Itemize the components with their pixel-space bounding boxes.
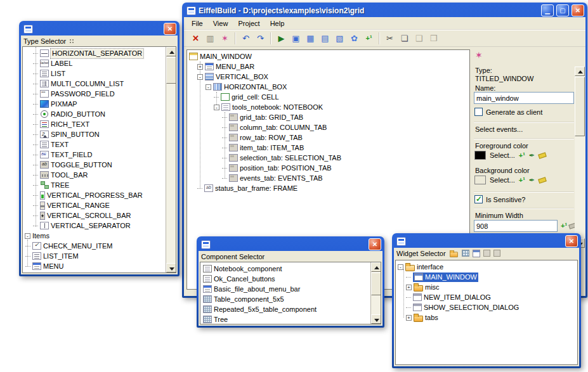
- tree-row[interactable]: column_tab: COLUMN_TAB: [187, 122, 469, 132]
- tree-row[interactable]: MAIN_WINDOW: [187, 51, 469, 61]
- menu-project[interactable]: Project: [233, 18, 265, 29]
- type-row[interactable]: HORIZONTAL_SEPARATOR: [23, 48, 166, 58]
- cut-icon[interactable]: ✂: [382, 32, 397, 45]
- generate-as-client-checkbox[interactable]: [474, 108, 483, 116]
- title-bar[interactable]: ✕: [394, 233, 579, 248]
- foreground-swatch[interactable]: [474, 151, 486, 160]
- collapse-icon[interactable]: -: [25, 233, 30, 239]
- component-scrollbar[interactable]: [370, 262, 381, 324]
- widget-row[interactable]: + misc: [396, 282, 577, 292]
- grid-window-icon[interactable]: ▤: [318, 32, 332, 45]
- copy-widget-icon[interactable]: [483, 250, 490, 257]
- component-row[interactable]: Ok_Cancel_buttons: [200, 274, 370, 284]
- close-button[interactable]: ✕: [565, 235, 578, 247]
- minimum-width-field[interactable]: [474, 220, 558, 232]
- scrollbar-thumb[interactable]: [371, 273, 381, 295]
- is-sensitive-checkbox[interactable]: [474, 195, 483, 203]
- expand-icon[interactable]: +: [197, 64, 203, 70]
- maximize-button[interactable]: ▢: [556, 4, 569, 16]
- new-folder-icon[interactable]: [450, 250, 458, 256]
- show-window-icon[interactable]: ▣: [289, 32, 303, 45]
- add-widget-icon[interactable]: [462, 250, 469, 257]
- type-row[interactable]: LIST: [23, 68, 166, 79]
- window-icon[interactable]: [473, 250, 480, 257]
- minimize-button[interactable]: ▁: [541, 4, 554, 16]
- copy-icon[interactable]: ❏: [397, 32, 412, 45]
- paste-icon[interactable]: ❑: [412, 32, 426, 45]
- scroll-up-button[interactable]: [575, 67, 585, 76]
- erase-color-icon[interactable]: [538, 177, 547, 183]
- scroll-down-button[interactable]: [166, 263, 176, 273]
- component-row[interactable]: Basic_file_about_menu_bar: [200, 284, 370, 294]
- launch-project-icon[interactable]: ▶: [274, 32, 289, 45]
- type-row[interactable]: VERTICAL_RANGE: [23, 200, 166, 210]
- title-bar[interactable]: ✕: [199, 236, 382, 251]
- tree-row[interactable]: events_tab: EVENTS_TAB: [187, 173, 469, 183]
- add-one-icon[interactable]: +¹: [362, 32, 376, 45]
- expand-icon[interactable]: +: [406, 315, 412, 321]
- delete-icon[interactable]: ✕: [188, 32, 203, 45]
- expand-icon[interactable]: +: [406, 285, 412, 290]
- foreground-select-button[interactable]: Select...: [490, 151, 515, 159]
- type-list-scrollbar[interactable]: [166, 47, 176, 273]
- type-row[interactable]: SPIN_BUTTON: [23, 129, 166, 139]
- type-row[interactable]: TOGGLE_BUTTON: [23, 160, 166, 170]
- paste-special-icon[interactable]: ❒: [426, 32, 441, 45]
- type-row[interactable]: MENU: [23, 261, 166, 271]
- type-row[interactable]: CHECK_MENU_ITEM: [23, 241, 166, 251]
- component-row[interactable]: Repeated_5x5_table_component: [200, 304, 370, 314]
- collapse-icon[interactable]: -: [398, 264, 403, 270]
- type-row[interactable]: PASSWORD_FIELD: [23, 89, 166, 99]
- select-events-link[interactable]: Select events...: [475, 125, 523, 133]
- tree-row[interactable]: - VERTICAL_BOX: [187, 72, 469, 82]
- tree-row[interactable]: - tools_notebook: NOTEBOOK: [187, 102, 469, 112]
- type-row[interactable]: TOOL_BAR: [23, 170, 166, 180]
- delete-widget-icon[interactable]: [493, 250, 500, 257]
- type-row[interactable]: VERTICAL_PROGRESS_BAR: [23, 190, 166, 200]
- type-row[interactable]: LABEL: [23, 58, 166, 68]
- add-color-icon[interactable]: +¹: [519, 151, 525, 159]
- background-select-button[interactable]: Select...: [490, 176, 515, 184]
- save-icon[interactable]: ▥: [203, 32, 218, 45]
- tree-row[interactable]: row_tab: ROW_TAB: [187, 132, 469, 143]
- type-row[interactable]: PIXMAP: [23, 99, 166, 109]
- scrollbar-thumb[interactable]: [575, 77, 585, 136]
- menu-help[interactable]: Help: [265, 18, 290, 29]
- preview-window-icon[interactable]: ▧: [332, 32, 347, 45]
- scrollbar-thumb[interactable]: [166, 57, 176, 84]
- menu-view[interactable]: View: [208, 18, 233, 29]
- type-row[interactable]: VERTICAL_SEPARATOR: [23, 221, 166, 231]
- tree-row[interactable]: grid_cell: CELL: [187, 92, 469, 102]
- tree-row[interactable]: item_tab: ITEM_TAB: [187, 143, 469, 153]
- type-row[interactable]: RICH_TEXT: [23, 119, 166, 129]
- widget-row[interactable]: SHOW_SELECTION_DIALOG: [396, 302, 577, 312]
- tree-row[interactable]: grid_tab: GRID_TAB: [187, 112, 469, 122]
- type-row[interactable]: VERTICAL_SCROLL_BAR: [23, 210, 166, 221]
- component-row[interactable]: Table_component_5x5: [200, 294, 370, 304]
- component-row[interactable]: Tree: [200, 314, 370, 324]
- tile-windows-icon[interactable]: ▦: [303, 32, 318, 45]
- title-bar[interactable]: ✕: [21, 21, 178, 35]
- component-row[interactable]: Notebook_component: [200, 264, 370, 274]
- type-row[interactable]: TEXT: [23, 139, 166, 150]
- tree-row[interactable]: status_bar_frame: FRAME: [187, 183, 469, 193]
- scroll-down-button[interactable]: [371, 314, 381, 324]
- type-row[interactable]: - Items: [23, 231, 166, 241]
- pick-color-icon[interactable]: ✒: [529, 151, 535, 160]
- widget-row-selected[interactable]: MAIN_WINDOW: [396, 272, 577, 282]
- collapse-icon[interactable]: -: [197, 74, 203, 80]
- tree-row[interactable]: + MENU_BAR: [187, 61, 469, 72]
- pick-color-icon[interactable]: ✒: [529, 176, 535, 184]
- widget-row[interactable]: - interface: [396, 262, 577, 272]
- background-swatch[interactable]: [474, 176, 486, 184]
- type-row[interactable]: RADIO_BUTTON: [23, 109, 166, 119]
- add-width-icon[interactable]: +¹: [561, 222, 567, 229]
- type-row[interactable]: MULTI_COLUMN_LIST: [23, 79, 166, 89]
- collapse-icon[interactable]: -: [206, 84, 211, 90]
- title-bar[interactable]: EiffelBuild - D:\projects\examples\visio…: [184, 3, 585, 17]
- undo-icon[interactable]: ↶: [238, 32, 253, 45]
- wizard-icon[interactable]: ✶: [218, 32, 232, 45]
- close-button[interactable]: ✕: [369, 238, 381, 250]
- widget-row[interactable]: + tabs: [396, 312, 577, 323]
- tree-row[interactable]: - HORIZONTAL_BOX: [187, 82, 469, 92]
